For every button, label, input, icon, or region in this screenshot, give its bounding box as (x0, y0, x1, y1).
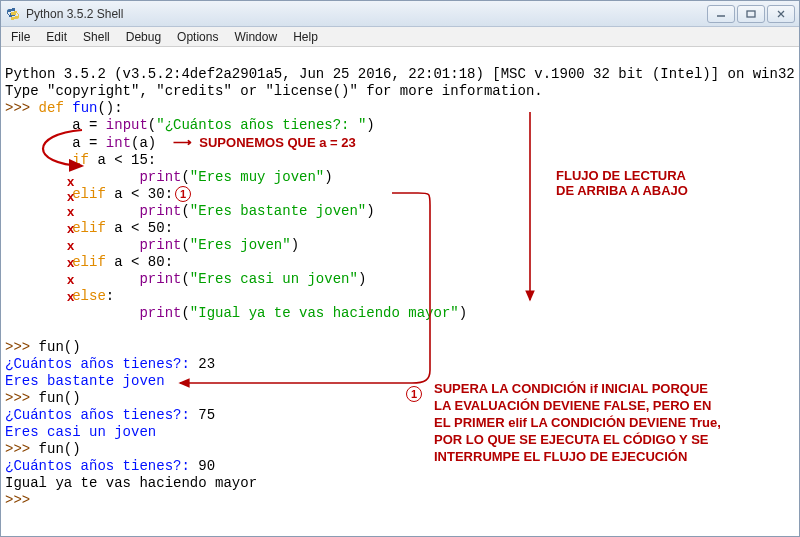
circle-1-inline: 1 (175, 186, 191, 202)
kw-elif-1: elif (72, 186, 106, 202)
red-x-1: x (67, 174, 74, 189)
str-4: "Eres casi un joven" (190, 271, 358, 287)
call-fun-3: fun() (39, 441, 81, 457)
annotation-explain: SUPERA LA CONDICIÓN if INICIAL PORQUE LA… (434, 380, 721, 465)
prompt-run-2: >>> (5, 390, 39, 406)
prompt-run-1: >>> (5, 339, 39, 355)
out-res-1: Eres bastante joven (5, 373, 165, 389)
out-in-2: 75 (198, 407, 215, 423)
out-res-3: Igual ya te vas haciendo mayor (5, 475, 257, 491)
kw-elif-3: elif (72, 254, 106, 270)
kw-else: else (72, 288, 106, 304)
explain-5: INTERRUMPE EL FLUJO DE EJECUCIÓN (434, 448, 721, 465)
code-assign-1: a = (72, 117, 106, 133)
red-x-3: x (67, 204, 74, 219)
red-x-7: x (67, 272, 74, 287)
titlebar: Python 3.5.2 Shell (1, 1, 799, 27)
str-prompt: "¿Cuántos años tienes?: " (156, 117, 366, 133)
cond-1: a < 15: (89, 152, 156, 168)
menu-options[interactable]: Options (169, 28, 226, 46)
call-print-1: print (139, 169, 181, 185)
menu-window[interactable]: Window (226, 28, 285, 46)
kw-elif-2: elif (72, 220, 106, 236)
prompt-run-3: >>> (5, 441, 39, 457)
str-1: "Eres muy joven" (190, 169, 324, 185)
out-res-2: Eres casi un joven (5, 424, 156, 440)
call-print-5: print (139, 305, 181, 321)
cond-4: a < 80: (106, 254, 173, 270)
annotation-flow-2: DE ARRIBA A ABAJO (556, 183, 688, 198)
menu-debug[interactable]: Debug (118, 28, 169, 46)
circle-1-bottom: 1 (406, 386, 422, 402)
code-assign-2b: (a) (131, 135, 156, 151)
menu-shell[interactable]: Shell (75, 28, 118, 46)
close-button[interactable] (767, 5, 795, 23)
red-x-5: x (67, 238, 74, 253)
out-in-3: 90 (198, 458, 215, 474)
annotation-explain-marker: 1 (406, 384, 422, 402)
svg-rect-1 (747, 11, 755, 17)
menu-file[interactable]: File (3, 28, 38, 46)
window-controls (707, 5, 795, 23)
banner-line-2: Type "copyright", "credits" or "license(… (5, 83, 543, 99)
cond-2: a < 30: (106, 186, 173, 202)
call-input: input (106, 117, 148, 133)
window-title: Python 3.5.2 Shell (26, 7, 707, 21)
explain-4: POR LO QUE SE EJECUTA EL CÓDIGO Y SE (434, 431, 721, 448)
prompt-final: >>> (5, 492, 39, 508)
explain-2: LA EVALUACIÓN DEVIENE FALSE, PERO EN (434, 397, 721, 414)
cond-3: a < 50: (106, 220, 173, 236)
str-5: "Igual ya te vas haciendo mayor" (190, 305, 459, 321)
red-x-8: x (67, 289, 74, 304)
call-print-3: print (139, 237, 181, 253)
annotation-flow-1: FLUJO DE LECTURA (556, 168, 688, 183)
str-2: "Eres bastante joven" (190, 203, 366, 219)
red-x-4: x (67, 221, 74, 236)
red-x-6: x (67, 255, 74, 270)
out-q-1: ¿Cuántos años tienes?: (5, 356, 198, 372)
red-x-2: x (67, 189, 74, 204)
menu-edit[interactable]: Edit (38, 28, 75, 46)
explain-1: SUPERA LA CONDICIÓN if INICIAL PORQUE (434, 380, 721, 397)
str-3: "Eres joven" (190, 237, 291, 253)
out-q-3: ¿Cuántos años tienes?: (5, 458, 198, 474)
menu-help[interactable]: Help (285, 28, 326, 46)
call-fun-1: fun() (39, 339, 81, 355)
code-assign-2a: a = (72, 135, 106, 151)
prompt: >>> (5, 100, 39, 116)
out-in-1: 23 (198, 356, 215, 372)
menubar: File Edit Shell Debug Options Window Hel… (1, 27, 799, 47)
func-name: fun (72, 100, 97, 116)
maximize-button[interactable] (737, 5, 765, 23)
kw-def: def (39, 100, 64, 116)
python-icon (5, 6, 21, 22)
annotation-suppose: SUPONEMOS QUE a = 23 (199, 135, 355, 150)
call-print-2: print (139, 203, 181, 219)
annotation-flow: FLUJO DE LECTURA DE ARRIBA A ABAJO (556, 168, 688, 198)
call-print-4: print (139, 271, 181, 287)
kw-if: if (72, 152, 89, 168)
out-q-2: ¿Cuántos años tienes?: (5, 407, 198, 423)
explain-3: EL PRIMER elif LA CONDICIÓN DEVIENE True… (434, 414, 721, 431)
minimize-button[interactable] (707, 5, 735, 23)
banner-line-1: Python 3.5.2 (v3.5.2:4def2a2901a5, Jun 2… (5, 66, 795, 82)
arrow-suppose-icon: ⟶ (173, 135, 199, 150)
call-int: int (106, 135, 131, 151)
call-fun-2: fun() (39, 390, 81, 406)
